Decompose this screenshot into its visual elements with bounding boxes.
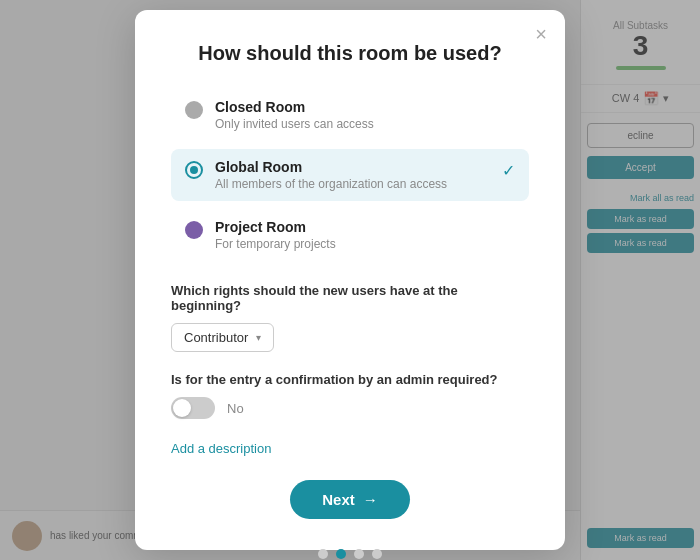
pagination-dots xyxy=(171,549,529,559)
project-room-name: Project Room xyxy=(215,219,515,235)
next-label: Next xyxy=(322,491,355,508)
toggle-row: No xyxy=(171,397,529,419)
admin-section: Is for the entry a confirmation by an ad… xyxy=(171,372,529,419)
global-room-option[interactable]: Global Room All members of the organizat… xyxy=(171,149,529,201)
global-room-desc: All members of the organization can acce… xyxy=(215,177,490,191)
close-button[interactable]: × xyxy=(535,24,547,44)
project-room-option[interactable]: Project Room For temporary projects xyxy=(171,209,529,261)
rights-label: Which rights should the new users have a… xyxy=(171,283,529,313)
project-room-desc: For temporary projects xyxy=(215,237,515,251)
add-description-link[interactable]: Add a description xyxy=(171,441,271,456)
dropdown-arrow-icon: ▾ xyxy=(256,332,261,343)
project-room-text: Project Room For temporary projects xyxy=(215,219,515,251)
toggle-knob xyxy=(173,399,191,417)
admin-toggle[interactable] xyxy=(171,397,215,419)
global-room-name: Global Room xyxy=(215,159,490,175)
dot-3 xyxy=(354,549,364,559)
global-room-radio xyxy=(185,161,203,179)
admin-label: Is for the entry a confirmation by an ad… xyxy=(171,372,529,387)
closed-room-dot xyxy=(185,101,203,119)
closed-room-text: Closed Room Only invited users can acces… xyxy=(215,99,515,131)
dot-1 xyxy=(318,549,328,559)
project-room-dot xyxy=(185,221,203,239)
dot-2 xyxy=(336,549,346,559)
next-arrow-icon: → xyxy=(363,491,378,508)
contributor-dropdown[interactable]: Contributor ▾ xyxy=(171,323,274,352)
closed-room-name: Closed Room xyxy=(215,99,515,115)
next-btn-wrapper: Next → xyxy=(171,480,529,535)
room-options-list: Closed Room Only invited users can acces… xyxy=(171,89,529,261)
closed-room-desc: Only invited users can access xyxy=(215,117,515,131)
modal-title: How should this room be used? xyxy=(171,42,529,65)
closed-room-option[interactable]: Closed Room Only invited users can acces… xyxy=(171,89,529,141)
global-room-text: Global Room All members of the organizat… xyxy=(215,159,490,191)
toggle-label: No xyxy=(227,401,244,416)
modal-wrapper: × How should this room be used? Closed R… xyxy=(0,0,700,560)
dot-4 xyxy=(372,549,382,559)
room-modal: × How should this room be used? Closed R… xyxy=(135,10,565,550)
contributor-value: Contributor xyxy=(184,330,248,345)
global-room-checkmark: ✓ xyxy=(502,161,515,180)
next-button[interactable]: Next → xyxy=(290,480,410,519)
